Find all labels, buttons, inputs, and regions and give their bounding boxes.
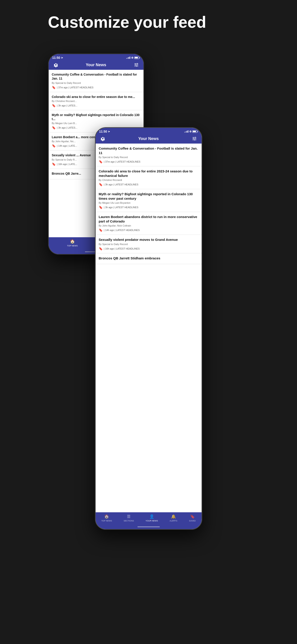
bookmark-icon: 🔖 xyxy=(99,247,103,250)
bookmark-icon: 🔖 xyxy=(99,206,103,209)
navbar-title-front: Your News xyxy=(138,136,159,141)
news-item[interactable]: Colorado ski area to close for entire se… xyxy=(49,92,143,110)
home-bar-front xyxy=(137,526,160,527)
home-indicator-front xyxy=(96,524,202,529)
news-item[interactable]: Sexually violent predator moves to Grand… xyxy=(96,235,202,253)
sections-icon-front: ☰ xyxy=(127,514,130,519)
wifi-icon-back: ⊜ xyxy=(131,56,133,59)
tab-sections-front[interactable]: ☰ SECTIONS xyxy=(124,514,134,522)
gear-icon-back[interactable] xyxy=(53,62,58,68)
news-item[interactable]: Community Coffee & Conversation - Footba… xyxy=(96,144,202,166)
alerts-icon-front: 🔔 xyxy=(171,514,176,519)
navbar-front: Your News xyxy=(96,134,202,144)
home-icon-back: 🏠 xyxy=(70,239,75,244)
home-icon-front: 🏠 xyxy=(104,514,109,519)
bookmark-icon: 🔖 xyxy=(99,183,103,186)
your-news-icon-front: 👤 xyxy=(149,514,154,519)
bookmark-icon: 🔖 xyxy=(52,126,56,130)
tab-your-news-front[interactable]: 👤 YOUR NEWS xyxy=(145,514,158,522)
signal-back xyxy=(126,56,130,59)
news-feed-front: Community Coffee & Conversation - Footba… xyxy=(96,144,202,512)
wifi-icon-front: ⊜ xyxy=(189,130,192,133)
news-item[interactable]: Broncos QB Jarrett Stidham embraces xyxy=(96,253,202,264)
gear-icon-front[interactable] xyxy=(100,136,105,141)
location-icon-front: ➤ xyxy=(108,130,110,133)
status-bar-front: 11:50 ➤ ⊜ xyxy=(96,128,202,134)
bookmark-icon: 🔖 xyxy=(52,104,56,107)
status-icons-front: ⊜ xyxy=(184,130,198,133)
status-time-front: 11:50 xyxy=(99,130,107,133)
news-item[interactable]: Myth or reality? Bigfoot sightings repor… xyxy=(96,189,202,212)
news-item[interactable]: Community Coffee & Conversation - Footba… xyxy=(49,70,143,92)
saved-icon-front: 🔖 xyxy=(190,514,195,519)
bookmark-icon: 🔖 xyxy=(52,144,56,148)
tab-top-news-front[interactable]: 🏠 TOP NEWS xyxy=(101,514,112,522)
status-time-back: 11:50 xyxy=(52,56,60,60)
signal-front xyxy=(184,130,188,132)
location-icon-back: ➤ xyxy=(61,56,63,59)
bookmark-icon: 🔖 xyxy=(99,228,103,232)
page-title: Customize your feed xyxy=(48,14,249,31)
tab-bar-front: 🏠 TOP NEWS ☰ SECTIONS 👤 YOUR NEWS 🔔 ALER… xyxy=(96,512,202,524)
tab-alerts-front[interactable]: 🔔 ALERTS xyxy=(170,514,177,522)
sliders-icon-front[interactable] xyxy=(192,136,197,141)
phone-front-screen: 11:50 ➤ ⊜ Y xyxy=(96,128,202,529)
bookmark-icon: 🔖 xyxy=(52,86,56,89)
sliders-icon-back[interactable] xyxy=(134,62,139,68)
phone-front: 11:50 ➤ ⊜ Y xyxy=(95,127,202,530)
tab-saved-front[interactable]: 🔖 SAVED xyxy=(189,514,196,522)
navbar-title-back: Your News xyxy=(86,62,106,67)
phones-container: 11:50 ➤ ⊜ Y xyxy=(48,49,249,518)
status-icons-back: ⊜ xyxy=(126,56,140,59)
navbar-back: Your News xyxy=(49,60,143,70)
news-item[interactable]: Colorado ski area to close for entire 20… xyxy=(96,166,202,189)
status-bar-back: 11:50 ➤ ⊜ xyxy=(49,54,143,60)
tab-top-news-back[interactable]: 🏠 TOP NEWS xyxy=(67,239,78,247)
news-item[interactable]: Lauren Boebert abandons district to run … xyxy=(96,212,202,235)
battery-front xyxy=(192,130,198,133)
bookmark-icon: 🔖 xyxy=(52,162,56,166)
bookmark-icon: 🔖 xyxy=(99,160,103,164)
battery-back xyxy=(134,56,140,59)
